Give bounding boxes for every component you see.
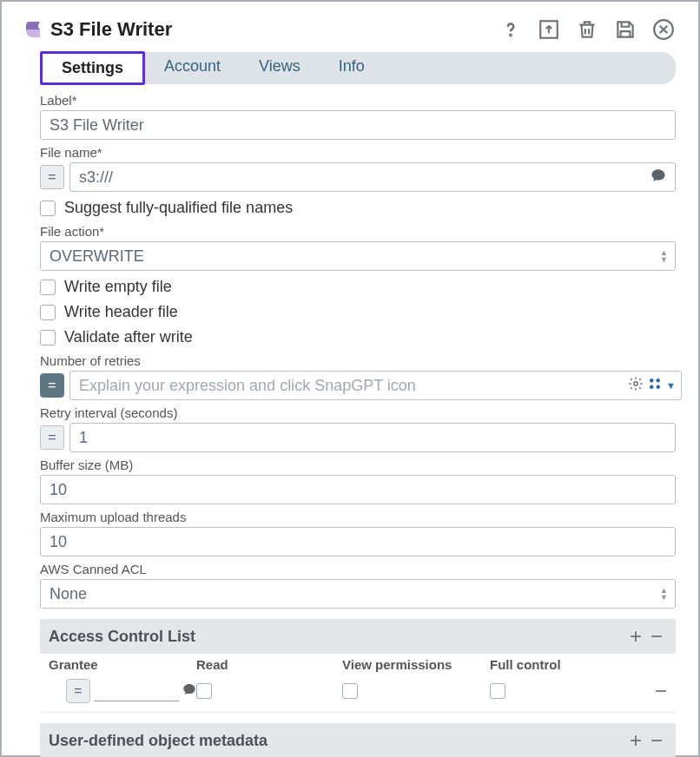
header-actions <box>499 17 676 42</box>
label-input[interactable]: S3 File Writer <box>40 110 676 140</box>
dialog-header: S3 File Writer <box>23 17 676 42</box>
svg-point-4 <box>650 378 654 383</box>
metadata-section-header: User-defined object metadata + − <box>40 723 676 757</box>
retries-input[interactable]: Explain your expression and click SnapGP… <box>69 371 682 400</box>
acl-full-checkbox[interactable] <box>490 683 505 699</box>
snap-logo-icon <box>23 19 43 40</box>
acl-view-checkbox[interactable] <box>342 683 358 699</box>
acl-col-read: Read <box>196 657 342 672</box>
suggest-icon[interactable] <box>650 168 666 188</box>
buffer-size-label: Buffer size (MB) <box>40 457 676 472</box>
svg-point-6 <box>650 385 654 390</box>
tab-account[interactable]: Account <box>145 52 240 84</box>
tab-views[interactable]: Views <box>240 52 320 84</box>
suggest-fqfn-checkbox[interactable] <box>40 201 56 216</box>
canned-acl-select[interactable]: None ▲▼ <box>40 579 676 609</box>
write-empty-checkbox[interactable] <box>40 280 56 295</box>
max-threads-input[interactable]: 10 <box>40 527 676 556</box>
expression-toggle-button[interactable]: = <box>40 165 64 189</box>
dropdown-caret-icon[interactable]: ▼ <box>666 380 676 391</box>
export-icon[interactable] <box>537 17 561 42</box>
dialog-title: S3 File Writer <box>50 18 499 41</box>
file-action-label: File action* <box>40 224 676 239</box>
max-threads-label: Maximum upload threads <box>40 510 676 524</box>
expression-toggle-button[interactable]: = <box>66 679 90 703</box>
svg-point-7 <box>657 385 661 390</box>
acl-section-header: Access Control List + − <box>40 619 676 654</box>
snapgpt-icon[interactable] <box>647 376 663 395</box>
file-action-select[interactable]: OVERWRITE ▲▼ <box>40 241 676 271</box>
acl-read-checkbox[interactable] <box>196 683 212 699</box>
canned-acl-label: AWS Canned ACL <box>40 562 676 576</box>
svg-point-3 <box>634 382 638 386</box>
validate-after-label: Validate after write <box>64 328 193 346</box>
acl-add-button[interactable]: + <box>625 624 646 648</box>
acl-col-view: View permissions <box>342 657 490 672</box>
write-empty-label: Write empty file <box>64 278 172 296</box>
gear-icon[interactable] <box>628 376 644 395</box>
acl-col-grantee: Grantee <box>49 657 196 672</box>
tab-bar: Settings Account Views Info <box>40 52 676 84</box>
suggest-fqfn-label: Suggest fully-qualified file names <box>64 199 293 217</box>
sort-arrows-icon: ▲▼ <box>660 249 668 263</box>
metadata-add-button[interactable]: + <box>625 728 646 753</box>
dialog-window: S3 File Writer Settings Account Views In… <box>0 0 700 757</box>
save-icon[interactable] <box>613 17 637 42</box>
filename-field-label: File name* <box>40 145 676 160</box>
expression-toggle-button[interactable]: = <box>40 425 64 450</box>
write-header-checkbox[interactable] <box>40 305 56 320</box>
expression-toggle-button-active[interactable]: = <box>40 373 64 398</box>
settings-form: Label* S3 File Writer File name* = s3://… <box>40 93 676 757</box>
tab-settings[interactable]: Settings <box>40 51 145 85</box>
tab-info[interactable]: Info <box>320 52 384 84</box>
metadata-section-title: User-defined object metadata <box>49 732 625 750</box>
sort-arrows-icon: ▲▼ <box>660 587 668 601</box>
validate-after-checkbox[interactable] <box>40 330 56 346</box>
acl-row-remove-button[interactable]: − <box>655 679 667 702</box>
svg-point-0 <box>510 35 511 36</box>
retry-interval-input[interactable]: 1 <box>69 423 676 452</box>
label-field-label: Label* <box>40 93 676 108</box>
acl-remove-button[interactable]: − <box>646 624 667 648</box>
retries-label: Number of retries <box>40 353 676 368</box>
suggest-icon[interactable] <box>182 682 196 701</box>
acl-column-headers: Grantee Read View permissions Full contr… <box>40 654 676 675</box>
write-header-label: Write header file <box>64 303 178 321</box>
filename-input[interactable]: s3:/// <box>69 162 676 192</box>
close-icon[interactable] <box>651 17 676 42</box>
delete-icon[interactable] <box>575 17 599 42</box>
retry-interval-label: Retry interval (seconds) <box>40 405 676 420</box>
acl-col-full: Full control <box>490 657 667 672</box>
acl-section-title: Access Control List <box>49 628 625 646</box>
grantee-input[interactable] <box>94 681 179 701</box>
svg-point-5 <box>657 378 661 383</box>
help-icon[interactable] <box>499 17 523 42</box>
acl-row: = − <box>40 675 676 713</box>
metadata-remove-button[interactable]: − <box>646 728 667 753</box>
buffer-size-input[interactable]: 10 <box>40 475 676 504</box>
